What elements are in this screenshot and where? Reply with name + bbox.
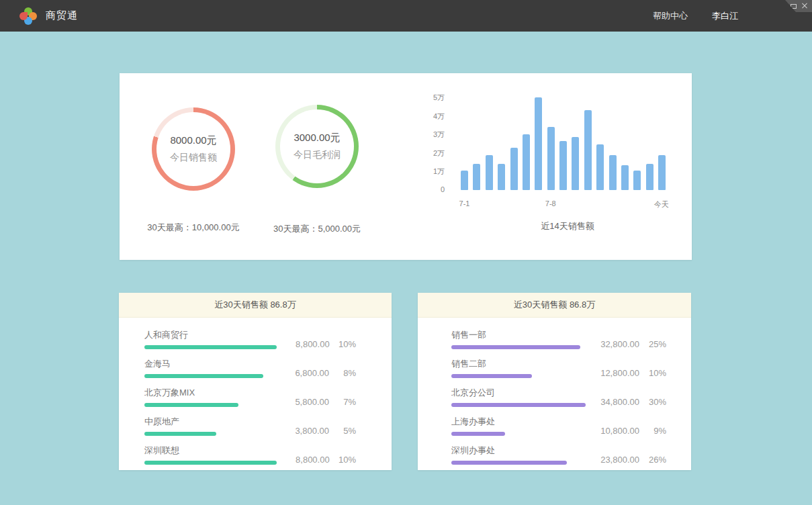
minimize-button[interactable]: [779, 6, 785, 7]
titlebar: 商贸通 帮助中心 李白江: [0, 0, 812, 32]
ranking-item-label: 人和商贸行: [144, 329, 277, 341]
sales-bar: [572, 137, 579, 190]
app-title: 商贸通: [46, 9, 78, 22]
sales-bar: [646, 164, 653, 190]
ranking-item-percent: 10%: [330, 339, 356, 349]
sales-bar: [658, 155, 666, 190]
ranking-item-value: 10,800.00: [586, 426, 639, 436]
sales-bar-chart: [461, 96, 666, 190]
ranking-item-label: 深圳联想: [144, 445, 277, 457]
ranking-item-bar: [144, 461, 277, 465]
ranking-item-bar: [451, 374, 532, 378]
ranking-row: 金海马6,800.008%: [144, 358, 356, 378]
x-axis-tick: 7-1: [448, 199, 482, 208]
sales-bar: [559, 141, 567, 190]
minimize-icon: [779, 6, 785, 7]
ranking-item-label: 销售二部: [451, 358, 586, 370]
ranking-item-bar: [451, 432, 505, 436]
y-axis-tick: 5万: [415, 93, 445, 103]
ranking-item-percent: 30%: [639, 397, 666, 407]
close-icon: [802, 3, 807, 9]
sales-bar: [486, 155, 493, 190]
ranking-item-value: 32,800.00: [586, 339, 639, 349]
ranking-item-value: 8,800.00: [277, 339, 330, 349]
ranking-row: 北京分公司34,800.0030%: [451, 387, 666, 407]
ranking-item-bar: [451, 461, 567, 465]
customer-ranking-card: 近30天销售额 86.8万 人和商贸行8,800.0010%金海马6,800.0…: [119, 293, 392, 470]
sales-bar: [473, 164, 480, 190]
ranking-item-value: 6,800.00: [275, 368, 329, 378]
ranking-item-percent: 10%: [330, 455, 356, 465]
x-axis-tick: 今天: [645, 199, 678, 210]
window-controls: [776, 0, 812, 12]
app-logo-pinwheel-icon: [19, 7, 38, 26]
profit-30day-max: 30天最高：5,000.00元: [243, 223, 391, 235]
department-ranking-list: 销售一部32,800.0025%销售二部12,800.0010%北京分公司34,…: [418, 318, 691, 465]
ranking-item-bar: [451, 345, 580, 349]
ranking-row: 深圳办事处23,800.0026%: [451, 445, 666, 465]
ranking-item-label: 中原地产: [144, 416, 275, 428]
ranking-item-value: 8,800.00: [277, 455, 330, 465]
customer-ranking-title: 近30天销售额 86.8万: [119, 293, 392, 318]
ranking-item-bar: [144, 403, 238, 407]
help-center-link[interactable]: 帮助中心: [653, 10, 688, 22]
y-axis-tick: 4万: [415, 111, 445, 122]
sales-bar: [547, 127, 555, 190]
ranking-row: 北京万象MIX5,800.007%: [144, 387, 356, 407]
dashboard-page: 8000.00元 今日销售额 30天最高：10,000.00元 3000.00元…: [0, 32, 812, 505]
ranking-item-label: 深圳办事处: [451, 445, 586, 457]
ranking-item-value: 5,800.00: [275, 397, 329, 407]
y-axis-tick: 3万: [415, 130, 445, 140]
ranking-row: 销售二部12,800.0010%: [451, 358, 666, 378]
today-summary-card: 8000.00元 今日销售额 30天最高：10,000.00元 3000.00元…: [120, 73, 692, 260]
sales-bar: [535, 97, 542, 190]
sales-bar: [523, 134, 530, 190]
ranking-item-percent: 25%: [639, 339, 666, 349]
today-sales-label: 今日销售额: [170, 152, 217, 164]
department-ranking-card: 近30天销售额 86.8万 销售一部32,800.0025%销售二部12,800…: [418, 293, 691, 470]
ranking-row: 深圳联想8,800.0010%: [144, 445, 356, 465]
ranking-item-value: 3,800.00: [275, 426, 329, 436]
ranking-item-bar: [451, 403, 586, 407]
logo-petal-red: [19, 12, 28, 20]
sales-bar: [461, 171, 468, 190]
ranking-row: 销售一部32,800.0025%: [451, 329, 666, 349]
ranking-item-percent: 10%: [639, 368, 666, 378]
ranking-item-bar: [144, 374, 263, 378]
sales-bar: [510, 148, 518, 190]
ranking-item-percent: 26%: [639, 455, 666, 465]
sales-bar: [596, 144, 604, 190]
today-profit-value: 3000.00元: [294, 132, 340, 144]
ranking-item-label: 北京万象MIX: [144, 387, 275, 399]
y-axis-tick: 1万: [415, 167, 445, 177]
ranking-item-label: 北京分公司: [451, 387, 586, 399]
customer-ranking-list: 人和商贸行8,800.0010%金海马6,800.008%北京万象MIX5,80…: [119, 318, 392, 465]
user-menu[interactable]: 李白江: [712, 10, 738, 22]
ranking-item-label: 销售一部: [451, 329, 586, 341]
y-axis-tick: 0: [415, 185, 445, 193]
sales-bar: [621, 165, 629, 190]
maximize-button[interactable]: [791, 4, 797, 9]
ranking-item-percent: 8%: [329, 368, 356, 378]
bar-chart-title: 近14天销售额: [487, 220, 648, 232]
ranking-item-percent: 9%: [639, 426, 666, 436]
today-sales-value: 8000.00元: [170, 134, 216, 147]
today-profit-donut-chart: 3000.00元 今日毛利润: [275, 105, 359, 188]
x-axis-tick: 7-8: [534, 199, 568, 208]
ranking-item-label: 金海马: [144, 358, 275, 370]
sales-bar: [633, 171, 641, 190]
ranking-item-value: 12,800.00: [586, 368, 639, 378]
ranking-item-percent: 7%: [329, 397, 356, 407]
ranking-row: 人和商贸行8,800.0010%: [144, 329, 356, 349]
ranking-item-bar: [144, 432, 216, 436]
y-axis-tick: 2万: [415, 148, 445, 158]
ranking-item-value: 23,800.00: [586, 455, 639, 465]
sales-bar: [498, 164, 505, 190]
close-button[interactable]: [802, 3, 807, 9]
sales-bar: [609, 155, 617, 190]
ranking-item-percent: 5%: [329, 426, 356, 436]
ranking-row: 上海办事处10,800.009%: [451, 416, 666, 436]
ranking-item-value: 34,800.00: [586, 397, 639, 407]
maximize-icon: [791, 4, 797, 9]
ranking-item-bar: [144, 345, 277, 349]
